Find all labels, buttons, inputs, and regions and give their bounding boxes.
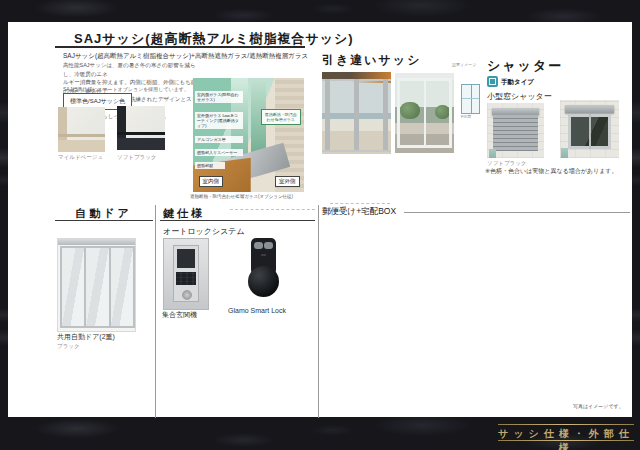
shutter-box-graphic: [565, 105, 613, 113]
auto-door-color-label: ブラック: [57, 343, 80, 350]
planter-graphic: [489, 149, 495, 158]
door-panel-graphic: [84, 246, 110, 328]
key-spec-rule: [160, 220, 315, 221]
scan-artifact-dash: [230, 209, 315, 210]
greenery-graphic: [400, 102, 420, 120]
sliding-sash-title: 引き違いサッシ: [322, 52, 421, 69]
wall-texture-graphic: [275, 78, 304, 192]
shutter-photo-closed: [487, 103, 544, 158]
smartlock-indicator: [261, 254, 266, 256]
shutter-note: ※色柄・色合いは実物と異なる場合があります。: [485, 167, 617, 176]
window-sill-graphic: [117, 132, 165, 135]
intercom-screen-graphic: [177, 249, 195, 269]
shutter-color-label: ソフトブラック: [487, 160, 526, 167]
xsec-label-spacer: 樹脂部入りスペーサー: [195, 149, 243, 156]
window-mullion-graphic: [462, 98, 479, 99]
smartlock-photo: [246, 236, 282, 302]
swatch-photo-black: [117, 106, 165, 150]
shutter-title: シャッター: [487, 57, 563, 75]
shutter-slats-graphic: [493, 115, 537, 151]
xsec-option-tag: 遮熱断熱・防汚合わせ複層ガラス: [261, 109, 301, 125]
smartlock-caption: Glamo Smart Lock: [228, 307, 286, 314]
mailbox-rule: [404, 212, 630, 213]
border-top: [0, 0, 640, 22]
intercom-keypad-graphic: [176, 272, 195, 285]
intercom-photo: [163, 238, 209, 310]
spec-sheet-page: SAJサッシ(超高断熱アルミ樹脂複合サッシ) SAJサッシ(超高断熱アルミ樹脂複…: [0, 0, 640, 450]
auto-door-rule: [55, 220, 153, 221]
intercom-caption: 集合玄関機: [162, 310, 197, 320]
auto-door-caption: 共用自動ドア(2重): [57, 332, 115, 342]
planter-graphic: [561, 148, 567, 158]
smartlock-button: [254, 242, 263, 249]
column-divider: [318, 205, 319, 418]
manual-type-icon: [487, 76, 498, 87]
door-frame-graphic: [325, 79, 329, 153]
column-divider: [155, 205, 156, 418]
shutter-photo-open: [560, 100, 619, 158]
auto-door-photo: [57, 238, 136, 332]
xsec-indoor-label: 室内側: [199, 176, 224, 187]
xsec-caption: 遮熱断熱・防汚合わせ複層ガラス(オプション仕様): [190, 194, 293, 199]
sliding-photo-2: [395, 73, 454, 153]
door-panel-graphic: [109, 246, 135, 328]
shutter-glyph: [489, 78, 496, 85]
xsec-label-outer-glass: 室外側ガラス Low-Eコーティング(遮熱断熱タイプ): [195, 112, 243, 129]
swatch-caption-black: ソフトブラック: [117, 154, 156, 161]
scan-artifact-dash: [330, 203, 390, 204]
saj-body-line: 高性能SAJサッシは、夏の暑さ冬の寒さの影響を減らし、冷暖房のエネ: [63, 61, 198, 78]
window-mullion-graphic: [471, 85, 472, 113]
window-frame-graphic: [449, 78, 452, 148]
photo-note: 写真はイメージです。: [573, 403, 624, 409]
door-frame-graphic: [354, 79, 359, 153]
xsec-label-argon: アルゴンガス層: [195, 136, 243, 143]
door-rail-graphic: [322, 150, 391, 152]
door-rail-graphic: [58, 239, 135, 245]
sliding-photo-1: [322, 72, 391, 154]
xsec-label-inner-glass: 室内側ガラス(防犯合わせガラス): [195, 91, 243, 103]
window-plan-icon: [461, 84, 480, 114]
shutter-box-graphic: [492, 108, 539, 115]
window-plan-caption-top: 設置イメージ: [452, 62, 476, 67]
window-plan-caption-bottom: FIX窓: [461, 114, 471, 119]
window-frame-graphic: [397, 145, 451, 148]
window-frame-graphic: [117, 138, 165, 150]
xsec-outdoor-label: 室外側: [275, 176, 300, 187]
sash-cross-section-figure: 室内側ガラス(防犯合わせガラス) 室外側ガラス Low-Eコーティング(遮熱断熱…: [193, 78, 304, 192]
swatch-photo-beige: [58, 107, 105, 152]
autolock-label: オートロックシステム: [163, 226, 245, 237]
window-frame-graphic: [397, 78, 400, 148]
smartlock-button: [264, 242, 273, 249]
footer-gold-line-bottom: [498, 440, 634, 441]
swatch-caption-beige: マイルドベージュ: [58, 154, 103, 161]
footer-gold-line-top: [498, 424, 634, 425]
window-sill-graphic: [58, 134, 105, 137]
window-mullion-graphic: [589, 114, 591, 149]
border-right: [632, 0, 640, 450]
footer-label: サッシ仕様・外部仕様: [496, 427, 636, 450]
shutter-type-label: 手動タイプ: [501, 78, 534, 87]
window-frame-graphic: [424, 78, 426, 148]
auto-door-title: 自動ドア: [55, 206, 152, 221]
saj-note: SAJ標準仕様にスマートオプションを採用しています。: [63, 86, 189, 92]
xsec-label-resin: 樹脂部材: [195, 162, 225, 169]
smartlock-knob-graphic: [248, 266, 279, 297]
saj-subtitle: SAJサッシ(超高断熱アルミ樹脂複合サッシ)+高断熱遮熱ガラス/遮熱断熱複層ガラ…: [63, 52, 308, 61]
shutter-subtitle: 小型窓シャッター: [487, 91, 552, 102]
border-left: [0, 0, 8, 450]
door-frame-graphic: [383, 79, 387, 153]
saj-title-rule: [55, 46, 305, 48]
mailbox-title: 郵便受け+宅配BOX: [322, 206, 396, 218]
door-panel-graphic: [60, 246, 86, 328]
key-spec-title: 鍵仕様: [163, 206, 205, 221]
window-frame-graphic: [58, 140, 105, 152]
